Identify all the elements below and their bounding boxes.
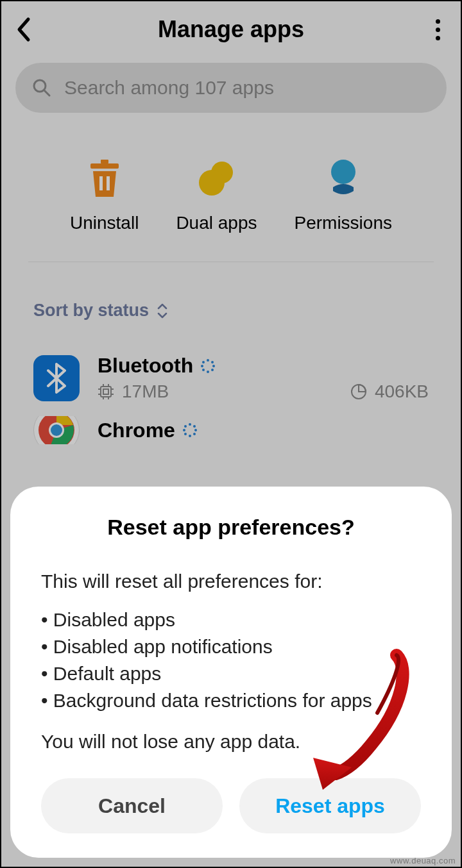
dialog-outro: You will not lose any app data.: [41, 728, 421, 755]
cancel-button[interactable]: Cancel: [41, 778, 223, 833]
bullet-item: Background data restrictions for apps: [41, 687, 421, 714]
bullet-item: Default apps: [41, 660, 421, 687]
reset-dialog: Reset app preferences? This will reset a…: [10, 487, 452, 858]
dialog-bullets: Disabled apps Disabled app notifications…: [41, 606, 421, 714]
dialog-intro: This will reset all preferences for:: [41, 568, 421, 595]
watermark: www.deuaq.com: [390, 856, 456, 865]
dialog-buttons: Cancel Reset apps: [41, 778, 421, 833]
bullet-item: Disabled app notifications: [41, 633, 421, 660]
dialog-body: This will reset all preferences for: Dis…: [41, 568, 421, 755]
dialog-title: Reset app preferences?: [41, 515, 421, 540]
bullet-item: Disabled apps: [41, 606, 421, 633]
reset-apps-button[interactable]: Reset apps: [239, 778, 421, 833]
